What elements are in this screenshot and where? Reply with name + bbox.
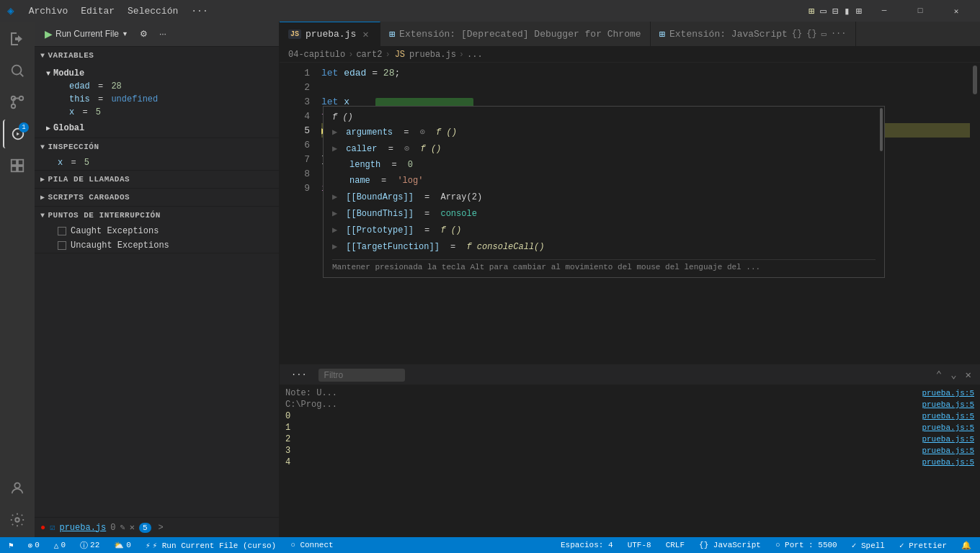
menu-more[interactable]: ··· xyxy=(185,4,213,18)
statusbar-encoding[interactable]: UTF-8 xyxy=(625,541,654,549)
statusbar-line-ending[interactable]: CRLF xyxy=(663,541,687,549)
layout-icon[interactable]: ⊟ xyxy=(832,5,838,17)
terminal-close-icon[interactable]: ✕ xyxy=(963,367,974,382)
run-label: Run Current File xyxy=(55,29,119,39)
menu-seleccion[interactable]: Selección xyxy=(122,4,184,18)
terminal-link-3[interactable]: prueba.js:5 xyxy=(922,446,974,455)
editor-scrollbar[interactable] xyxy=(970,63,980,364)
terminal-up-icon[interactable]: ⌃ xyxy=(933,367,945,382)
maximize-button[interactable]: □ xyxy=(904,0,937,22)
activity-search[interactable] xyxy=(3,56,32,85)
more-button[interactable]: ··· xyxy=(155,27,171,41)
statusbar-connect[interactable]: ○ Connect xyxy=(288,541,336,549)
var-x[interactable]: x = 5 xyxy=(46,106,273,119)
inspection-x[interactable]: x = 5 xyxy=(35,156,279,170)
run-icon: ⚡ xyxy=(146,541,151,550)
activity-source-control[interactable] xyxy=(3,88,32,117)
module-group-header[interactable]: ▼ Module xyxy=(46,67,273,80)
statusbar-port[interactable]: ○ Port : 5500 xyxy=(772,541,840,549)
activity-settings[interactable] xyxy=(3,505,32,534)
statusbar-prettier[interactable]: ✓ Prettier xyxy=(896,541,950,550)
js-icon: JS xyxy=(288,30,301,39)
call-stack-header[interactable]: ▶ PILA DE LLAMADAS xyxy=(35,171,279,188)
activity-extensions[interactable] xyxy=(3,151,32,180)
caught-checkbox[interactable] xyxy=(58,227,66,235)
svg-rect-7 xyxy=(12,166,17,171)
terminal-link-2[interactable]: prueba.js:5 xyxy=(922,435,974,444)
statusbar-errors[interactable]: ⊗ 0 xyxy=(25,541,43,550)
grid-icon[interactable]: ⊞ xyxy=(856,5,862,17)
activity-accounts[interactable] xyxy=(3,474,32,503)
run-label: ⚡ Run Current File (curso) xyxy=(153,541,277,550)
tab-close-prueba[interactable]: ✕ xyxy=(360,27,370,41)
global-group-header[interactable]: ▶ Global xyxy=(46,122,273,135)
svg-point-10 xyxy=(15,518,19,522)
settings-button[interactable]: ⚙ xyxy=(135,27,152,41)
tab-prueba-js[interactable]: JS prueba.js ✕ xyxy=(280,22,380,46)
terminal-num-0: 0 xyxy=(285,411,290,421)
breakpoints-header[interactable]: ▼ PUNTOS DE INTERRUPCIÓN xyxy=(35,207,279,224)
tab-javascript[interactable]: ⊞ Extensión: JavaScript {} {} ▭ ··· xyxy=(651,22,856,46)
code-editor[interactable]: 1 2 3 4 5 6 7 8 9 let edad xyxy=(280,63,980,364)
panel-icon[interactable]: ▭ xyxy=(820,5,826,17)
terminal-row-2: 2 prueba.js:5 xyxy=(285,434,974,444)
remote-count: 0 xyxy=(126,541,131,549)
menu-editar[interactable]: Editar xyxy=(75,4,120,18)
chevron-right-icon: ▶ xyxy=(46,124,50,132)
terminal-area: ··· ⌃ ⌄ ✕ Note: U... prueba.js:5 xyxy=(280,364,980,537)
terminal-link-path[interactable]: prueba.js:5 xyxy=(922,400,974,409)
statusbar-info[interactable]: ⓘ 22 xyxy=(77,540,102,551)
variables-header[interactable]: ▼ VARIABLES xyxy=(35,47,279,64)
global-group: ▶ Global xyxy=(35,120,279,136)
terminal-toolbar: ··· ⌃ ⌄ ✕ xyxy=(280,365,980,385)
hover-prop-boundargs: ▶ [[BoundArgs]] = Array(2) xyxy=(332,190,876,204)
file-link[interactable]: prueba.js xyxy=(59,523,106,533)
terminal-link-1[interactable]: prueba.js:5 xyxy=(922,423,974,432)
breadcrumb-cart2[interactable]: cart2 xyxy=(356,50,382,60)
debug-controls-icon[interactable]: ⊞ xyxy=(808,5,814,17)
tab-debugger-chrome[interactable]: ⊞ Extensión: [Deprecated] Debugger for C… xyxy=(380,22,651,46)
statusbar-run[interactable]: ⚡ ⚡ Run Current File (curso) xyxy=(143,541,279,550)
minimize-button[interactable]: ─ xyxy=(868,0,901,22)
breadcrumb-04[interactable]: 04-capitulo xyxy=(288,50,345,60)
breadcrumb-file[interactable]: prueba.js xyxy=(409,50,456,60)
run-current-file-button[interactable]: ▶ Run Current File ▼ xyxy=(40,26,133,42)
terminal-filter-input[interactable] xyxy=(318,369,405,382)
var-edad[interactable]: edad = 28 xyxy=(46,80,273,93)
close-button[interactable]: ✕ xyxy=(940,0,973,22)
terminal-row-0: 0 prueba.js:5 xyxy=(285,411,974,421)
uncaught-checkbox[interactable] xyxy=(58,241,66,250)
hover-scrollbar[interactable] xyxy=(880,108,883,151)
statusbar-bell[interactable]: 🔔 xyxy=(958,541,974,550)
statusbar-debug[interactable]: ⚑ xyxy=(6,541,17,550)
statusbar-language[interactable]: {} JavaScript xyxy=(696,541,764,549)
inspection-header[interactable]: ▼ INSPECCIÓN xyxy=(35,138,279,156)
line-num-1: 1 xyxy=(280,66,316,80)
terminal-down-icon[interactable]: ⌄ xyxy=(948,367,959,382)
terminal-link-4[interactable]: prueba.js:5 xyxy=(922,458,974,467)
terminal-link-note[interactable]: prueba.js:5 xyxy=(922,389,974,397)
remote-icon: ⛅ xyxy=(114,541,124,550)
terminal-tab-filter[interactable]: ··· xyxy=(285,369,313,382)
code-content[interactable]: let edad = 28 ; let x xyxy=(316,63,970,364)
activity-explorer[interactable] xyxy=(3,24,32,53)
caught-exceptions[interactable]: Caught Exceptions xyxy=(35,224,279,238)
loaded-scripts-header[interactable]: ▶ SCRIPTS CARGADOS xyxy=(35,189,279,206)
breadcrumb-more[interactable]: ... xyxy=(467,50,483,60)
activity-run-debug[interactable]: 1 xyxy=(3,120,32,148)
terminal-link-0[interactable]: prueba.js:5 xyxy=(922,412,974,421)
menu-archivo[interactable]: Archivo xyxy=(23,4,74,18)
statusbar-warnings[interactable]: △ 0 xyxy=(51,541,68,550)
terminal-num-3: 3 xyxy=(285,446,290,456)
breakpoints-section: ▼ PUNTOS DE INTERRUPCIÓN Caught Exceptio… xyxy=(35,207,279,253)
terminal-row-3: 3 prueba.js:5 xyxy=(285,446,974,456)
statusbar-spell[interactable]: ✓ Spell xyxy=(849,541,888,550)
statusbar-spaces[interactable]: Espacios: 4 xyxy=(558,541,616,549)
sidebar-right-icon[interactable]: ▮ xyxy=(844,5,850,17)
tab-layout-icon: ▭ xyxy=(821,29,827,40)
uncaught-exceptions[interactable]: Uncaught Exceptions xyxy=(35,238,279,253)
statusbar-remote[interactable]: ⛅ 0 xyxy=(111,541,134,550)
var-this[interactable]: this = undefined xyxy=(46,93,273,106)
chevron-down-icon: ▼ xyxy=(40,52,45,60)
hover-prop-prototype: ▶ [[Prototype]] = f () xyxy=(332,223,876,237)
